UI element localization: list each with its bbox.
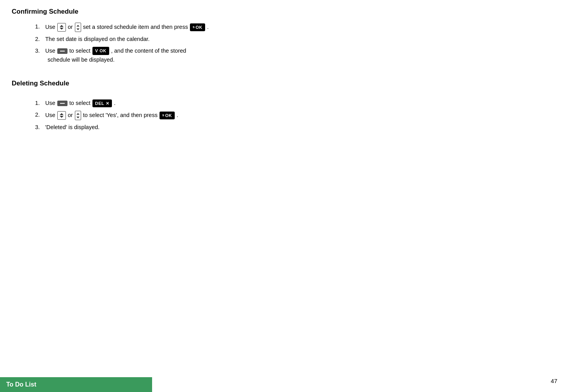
step2-text: The set date is displayed on the calenda… — [45, 35, 150, 44]
del-use-label-1: Use — [45, 99, 55, 108]
confirming-step-2: 2. The set date is displayed on the cale… — [35, 35, 557, 44]
del-use-label-2: Use — [45, 111, 55, 120]
step-3-line2: schedule will be displayed. — [45, 55, 186, 64]
del-step-num-1: 1. — [35, 99, 43, 108]
deleting-section: Deleting Schedule 1. Use to select DEL ✕… — [12, 80, 557, 132]
deleting-title: Deleting Schedule — [12, 80, 557, 87]
del-step-2-content: Use or to select 'Yes', and then press s… — [45, 111, 178, 120]
del-period-1: . — [114, 99, 115, 108]
del-minus-icon-1 — [57, 101, 67, 106]
del-or-label-2: or — [68, 111, 73, 120]
step-num-2: 2. — [35, 35, 43, 44]
deleting-step-3: 3. 'Deleted' is displayed. — [35, 123, 557, 132]
or-label-1: or — [68, 23, 73, 32]
step3-line2-text: schedule will be displayed. — [48, 57, 115, 63]
del-step-num-3: 3. — [35, 123, 43, 132]
confirming-steps: 1. Use or set a stored schedule item and… — [12, 23, 557, 64]
del-step2-text: to select 'Yes', and then press — [83, 111, 158, 120]
del-to-select-1: to select — [69, 99, 90, 108]
bottom-bar-title: To Do List — [6, 381, 36, 388]
scroll-v-icon-1 — [75, 23, 81, 32]
bottom-bar: To Do List — [0, 377, 152, 392]
step1-text: set a stored schedule item and then pres… — [83, 23, 188, 32]
step-3-content: Use to select V OK , and the content of … — [45, 47, 186, 64]
del-step-1-content: Use to select DEL ✕ . — [45, 99, 115, 108]
deleting-step-2: 2. Use or to select 'Yes', and then pres… — [35, 111, 557, 120]
ok-button-label-1: sOK — [190, 23, 205, 32]
del-scroll-v-icon-2 — [75, 111, 81, 120]
del-step-num-2: 2. — [35, 111, 43, 119]
use-label-1: Use — [45, 23, 55, 32]
del-period-2: . — [177, 111, 178, 120]
deleting-steps: 1. Use to select DEL ✕ . 2. Use — [12, 99, 557, 132]
deleting-step-1: 1. Use to select DEL ✕ . — [35, 99, 557, 108]
del-step3-text: 'Deleted' is displayed. — [45, 123, 99, 132]
confirming-step-1: 1. Use or set a stored schedule item and… — [35, 23, 557, 32]
updown-icon-1 — [57, 23, 66, 32]
del-ok-button-label-2: sOK — [160, 112, 175, 120]
page-content: Confirming Schedule 1. Use or set a s — [0, 0, 569, 155]
confirming-title: Confirming Schedule — [12, 8, 557, 16]
minus-icon-3 — [57, 48, 67, 54]
del-button-label: DEL ✕ — [92, 99, 112, 108]
confirming-step-3: 3. Use to select V OK , and the content … — [35, 47, 557, 64]
vok-button-label: V OK — [92, 47, 109, 55]
step-1-content: Use or set a stored schedule item and th… — [45, 23, 209, 32]
confirming-section: Confirming Schedule 1. Use or set a s — [12, 8, 557, 64]
period-1: . — [207, 23, 209, 32]
to-select-3: to select — [69, 47, 90, 55]
step-num-1: 1. — [35, 23, 43, 31]
use-label-3: Use — [45, 47, 55, 55]
step-num-3: 3. — [35, 47, 43, 55]
step3-text-after: , and the content of the stored — [111, 47, 186, 55]
page-number: 47 — [551, 378, 557, 384]
step-3-line1: Use to select V OK , and the content of … — [45, 47, 186, 55]
del-updown-icon-2 — [57, 111, 66, 120]
step-2-content: The set date is displayed on the calenda… — [45, 35, 150, 44]
del-step-3-content: 'Deleted' is displayed. — [45, 123, 99, 132]
